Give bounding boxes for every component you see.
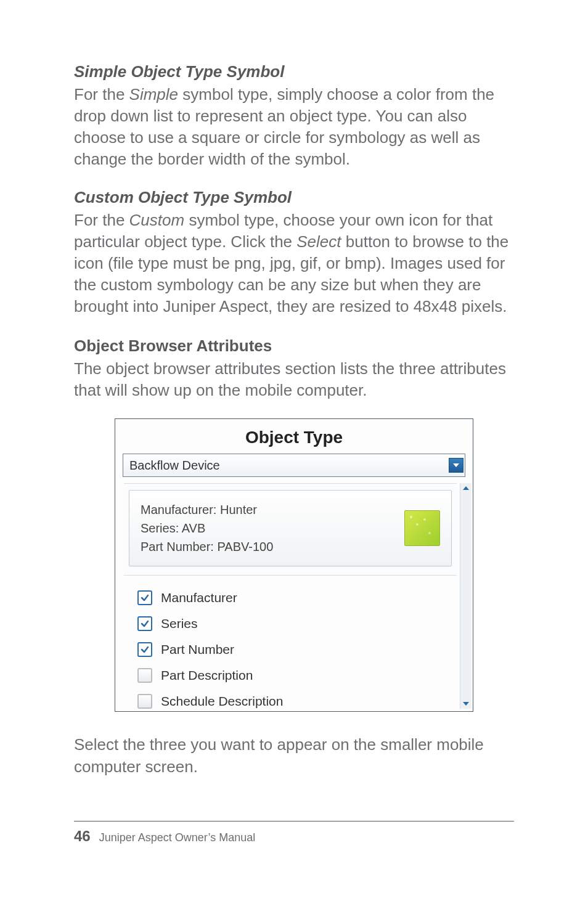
paragraph-simple: For the Simple symbol type, simply choos… (74, 84, 514, 170)
page-footer: 46 Juniper Aspect Owner’s Manual (74, 821, 514, 845)
footer-text: Juniper Aspect Owner’s Manual (99, 831, 255, 844)
color-swatch (404, 510, 440, 546)
page: Simple Object Type Symbol For the Simple… (0, 0, 588, 882)
checkbox-label: Manufacturer (161, 590, 237, 605)
list-item[interactable]: Series (137, 616, 457, 631)
heading-custom: Custom Object Type Symbol (74, 187, 514, 208)
list-item[interactable]: Part Description (137, 668, 457, 683)
checkbox-label: Series (161, 616, 198, 631)
panel-title: Object Type (115, 419, 473, 454)
text-italic: Simple (129, 85, 178, 104)
checkbox-checked-icon[interactable] (137, 642, 152, 657)
checkbox-label: Part Description (161, 668, 253, 683)
preview-line: Manufacturer: Hunter (141, 500, 273, 519)
attribute-checklist: Manufacturer Series Part Number (124, 576, 457, 709)
checkbox-checked-icon[interactable] (137, 590, 152, 605)
text-italic: Select (296, 232, 341, 251)
page-number: 46 (74, 828, 91, 845)
paragraph-after-figure: Select the three you want to appear on t… (74, 734, 514, 777)
heading-simple: Simple Object Type Symbol (74, 62, 514, 83)
list-item[interactable]: Schedule Description (137, 694, 457, 709)
checkbox-unchecked-icon[interactable] (137, 668, 152, 683)
paragraph-browser: The object browser attributes section li… (74, 358, 514, 401)
text-italic: Custom (129, 211, 185, 229)
object-type-dropdown[interactable]: Backflow Device (123, 454, 465, 477)
checkbox-label: Part Number (161, 642, 234, 657)
figure-container: Object Type Backflow Device Manufacturer… (74, 418, 514, 712)
list-item[interactable]: Part Number (137, 642, 457, 657)
preview-line: Series: AVB (141, 519, 273, 537)
checkbox-checked-icon[interactable] (137, 616, 152, 631)
preview-region: Manufacturer: Hunter Series: AVB Part Nu… (124, 483, 457, 576)
list-item[interactable]: Manufacturer (137, 590, 457, 605)
text: For the (74, 211, 129, 229)
checkbox-unchecked-icon[interactable] (137, 694, 152, 709)
chevron-down-icon[interactable] (449, 458, 463, 473)
scroll-up-icon[interactable] (460, 483, 472, 493)
text: For the (74, 85, 129, 104)
attributes-scroll-area: Manufacturer: Hunter Series: AVB Part Nu… (115, 483, 473, 709)
paragraph-custom: For the Custom symbol type, choose your … (74, 210, 514, 317)
heading-browser: Object Browser Attributes (74, 336, 514, 357)
preview-card: Manufacturer: Hunter Series: AVB Part Nu… (129, 490, 452, 566)
scroll-down-icon[interactable] (460, 699, 472, 709)
object-type-panel: Object Type Backflow Device Manufacturer… (115, 418, 473, 712)
dropdown-value: Backflow Device (129, 459, 220, 473)
scrollbar[interactable] (460, 483, 472, 709)
preview-line: Part Number: PABV-100 (141, 537, 273, 556)
checkbox-label: Schedule Description (161, 694, 283, 709)
preview-text: Manufacturer: Hunter Series: AVB Part Nu… (141, 500, 273, 556)
